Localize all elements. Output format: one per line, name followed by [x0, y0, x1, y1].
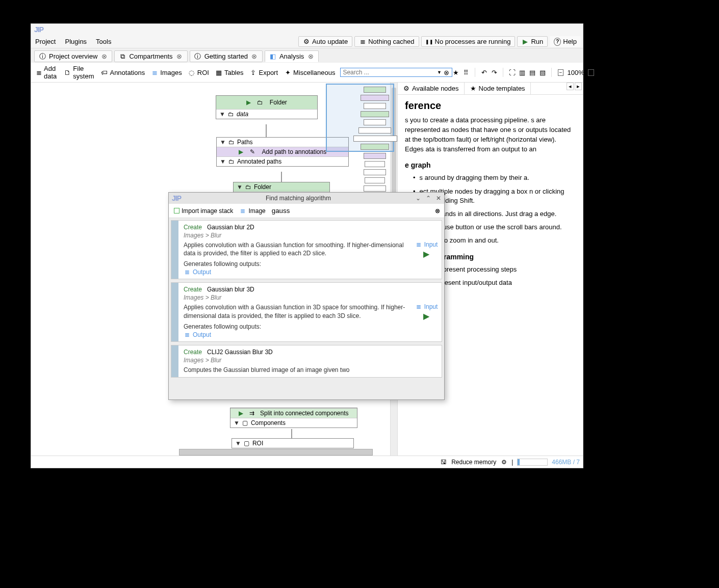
roi-button[interactable]: ROI [185, 68, 212, 77]
disk-icon [440, 459, 447, 466]
menu-project[interactable]: Project [34, 37, 57, 46]
tag-icon [100, 69, 108, 76]
folder-icon [228, 158, 235, 165]
reference-text: s you to create a data processing pipeli… [405, 116, 576, 154]
grid-icon[interactable] [463, 69, 470, 76]
status-bar: Reduce memory | 466MB / 7 [31, 456, 583, 468]
cache-icon [359, 38, 366, 45]
file-icon [64, 69, 71, 76]
zoom-level: 100% [567, 69, 584, 76]
search-input[interactable] [343, 69, 435, 76]
align-icon[interactable] [519, 69, 526, 76]
nothing-cached-button[interactable]: Nothing cached [354, 36, 419, 47]
info-icon [39, 53, 46, 60]
redo-icon[interactable] [491, 69, 498, 76]
roi-icon [243, 440, 250, 447]
folder-icon [245, 183, 252, 191]
folder-icon [256, 99, 264, 106]
auto-update-button[interactable]: Auto update [298, 36, 352, 47]
tab-getting-started[interactable]: Getting started [190, 50, 263, 62]
popup-logo: JIP [172, 194, 181, 202]
layers-icon [239, 207, 246, 215]
tab-node-templates[interactable]: Node templates [465, 83, 531, 94]
close-icon[interactable] [100, 53, 108, 60]
help-icon [554, 38, 561, 45]
zoom-in-icon[interactable] [587, 69, 595, 76]
popup-search-input[interactable] [270, 206, 432, 216]
close-icon[interactable] [307, 53, 314, 60]
gear-icon [403, 85, 410, 92]
file-system-button[interactable]: File system [61, 64, 97, 81]
align-icon[interactable] [529, 69, 536, 76]
layers-icon [415, 241, 422, 248]
popup-results[interactable]: CreateGaussian blur 2D Images > Blur App… [169, 218, 444, 399]
help-button[interactable]: Help [550, 36, 581, 47]
tab-project-overview[interactable]: Project overview [34, 50, 112, 62]
tab-available-nodes[interactable]: Available nodes [398, 83, 465, 94]
nav-next-icon[interactable]: ▸ [575, 83, 582, 90]
popup-title: Find matching algorithm [181, 195, 416, 202]
tip-text: s around by dragging them by their a. [420, 173, 529, 182]
result-item[interactable]: CreateGaussian blur 2D Images > Blur App… [171, 220, 442, 279]
close-icon[interactable] [176, 53, 183, 60]
memory-text: 466MB / 7 [552, 459, 580, 466]
export-icon [249, 69, 256, 76]
graph-heading: e graph [405, 161, 576, 169]
scrollbar-horizontal[interactable] [179, 449, 373, 456]
zoom-out-icon[interactable] [557, 69, 564, 76]
close-icon[interactable]: ✕ [436, 195, 441, 202]
add-data-button[interactable]: Add data [33, 64, 61, 81]
export-button[interactable]: Export [246, 68, 281, 77]
chip-image[interactable]: Image [237, 207, 267, 215]
search-box[interactable] [340, 68, 452, 77]
close-icon[interactable] [251, 53, 258, 60]
db-icon [36, 69, 42, 76]
menu-plugins[interactable]: Plugins [64, 37, 88, 46]
node-roi[interactable]: ▼ROI [232, 438, 354, 448]
images-button[interactable]: Images [148, 68, 185, 77]
align-icon[interactable] [539, 69, 546, 76]
tabbar: Project overview Compartments Getting st… [31, 48, 583, 62]
table-icon [215, 69, 222, 76]
folder-icon [228, 139, 235, 146]
undo-icon[interactable] [480, 69, 487, 76]
clear-icon[interactable] [443, 69, 450, 76]
menu-tools[interactable]: Tools [95, 37, 112, 46]
memory-bar [517, 459, 548, 466]
layers-icon [184, 331, 191, 338]
gear-icon[interactable] [500, 459, 507, 466]
run-button[interactable]: Run [517, 36, 548, 47]
result-item[interactable]: CreateGaussian blur 3D Images > Blur App… [171, 282, 442, 341]
result-item[interactable]: CreateCLIJ2 Gaussian Blur 3D Images > Bl… [171, 345, 442, 378]
minimap[interactable] [292, 83, 394, 210]
layers-icon [151, 69, 158, 76]
reduce-memory-button[interactable]: Reduce memory [451, 459, 496, 466]
roi-icon [188, 69, 195, 76]
nav-prev-icon[interactable]: ◂ [567, 83, 574, 90]
node-split[interactable]: ▶ ⇉ Split into connected components ▼Com… [230, 408, 357, 428]
tables-button[interactable]: Tables [212, 68, 247, 77]
star-icon [470, 85, 477, 92]
menubar: Project Plugins Tools Auto update Nothin… [31, 35, 583, 48]
miscellaneous-button[interactable]: Miscellaneous [281, 68, 338, 77]
insert-arrow-icon[interactable]: ▶ [423, 249, 429, 259]
chevron-down-icon[interactable] [435, 69, 443, 76]
tab-analysis[interactable]: Analysis [265, 50, 319, 62]
chevron-up-icon[interactable]: ⌃ [426, 195, 431, 202]
app-logo: JIP [34, 25, 43, 34]
tab-compartments[interactable]: Compartments [114, 50, 187, 62]
compartments-icon [119, 53, 126, 60]
bookmark-icon[interactable] [452, 69, 459, 76]
chevron-down-icon[interactable]: ⌄ [416, 195, 421, 202]
find-algorithm-popup[interactable]: JIP Find matching algorithm ⌄ ⌃ ✕ Import… [168, 192, 445, 400]
annotations-button[interactable]: Annotations [97, 68, 148, 77]
clear-icon[interactable] [434, 207, 441, 215]
insert-arrow-icon[interactable]: ▶ [423, 311, 429, 321]
pause-icon [426, 38, 433, 45]
chip-import-stack[interactable]: Import image stack [172, 207, 235, 215]
toolbar: Add data File system Annotations Images … [31, 62, 583, 83]
fit-icon[interactable] [508, 69, 516, 76]
layers-icon [184, 269, 191, 276]
no-processes-button[interactable]: No processes are running [421, 36, 516, 47]
folder-icon [227, 111, 235, 118]
